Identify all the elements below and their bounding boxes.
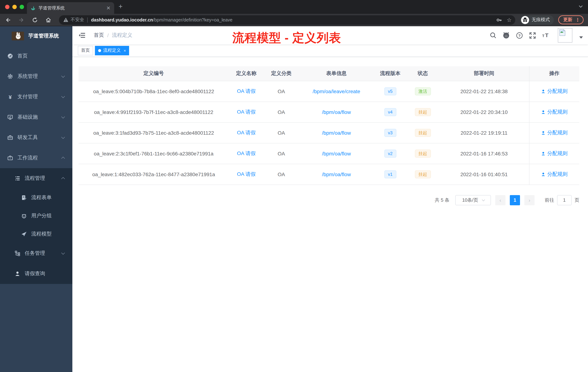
browser-tab[interactable]: 芋道管理系统 ✕ xyxy=(27,2,114,14)
dashboard-icon xyxy=(7,53,13,59)
definition-id: oa_leave:3:1fad3d93-7b75-11ec-a3c8-acde4… xyxy=(79,122,229,143)
sidebar-item-payment[interactable]: ¥ 支付管理 xyxy=(0,87,72,107)
window-zoom-button[interactable] xyxy=(20,5,24,9)
search-icon[interactable] xyxy=(490,32,496,39)
goto-page-input[interactable] xyxy=(557,195,572,205)
definition-category: OA xyxy=(264,101,299,122)
version-badge: v4 xyxy=(384,108,396,116)
new-tab-button[interactable]: + xyxy=(118,3,123,10)
sidebar-item-leave-query[interactable]: 请假查询 xyxy=(0,263,72,284)
form-link[interactable]: /bpm/oa/flow xyxy=(322,109,351,115)
window-close-button[interactable] xyxy=(5,5,10,9)
form-link[interactable]: /bpm/oa/flow xyxy=(322,171,351,177)
fullscreen-icon[interactable] xyxy=(529,32,536,39)
page-unit-label: 页 xyxy=(575,197,579,203)
tab-close-icon[interactable]: ✕ xyxy=(106,5,111,11)
assign-rule-link[interactable]: 分配规则 xyxy=(541,129,568,136)
bookmark-star-icon[interactable]: ☆ xyxy=(507,17,512,22)
sidebar-item-task-management[interactable]: 任务管理 xyxy=(0,243,72,263)
definition-name-link[interactable]: OA 请假 xyxy=(237,171,256,177)
active-tag-dot xyxy=(98,49,101,52)
font-size-icon[interactable]: TT xyxy=(542,32,550,39)
browser-update-button[interactable]: 更新 ⋮ xyxy=(558,15,584,24)
page-number-1[interactable]: 1 xyxy=(510,195,520,205)
tab-title: 芋道管理系统 xyxy=(39,5,106,11)
user-icon xyxy=(15,271,20,277)
definition-name-link[interactable]: OA 请假 xyxy=(237,109,256,114)
col-header-name: 定义名称 xyxy=(229,66,264,81)
password-key-icon[interactable] xyxy=(496,17,502,23)
tab-search-chevron-icon[interactable] xyxy=(578,5,583,8)
status-badge: 挂起 xyxy=(415,108,431,116)
prev-page-button[interactable]: ‹ xyxy=(495,195,505,205)
help-icon[interactable]: ? xyxy=(516,32,523,39)
breadcrumb-home[interactable]: 首页 xyxy=(94,32,104,39)
forward-button[interactable] xyxy=(16,15,27,25)
deploy-time: 2022-01-16 01:40:51 xyxy=(439,164,529,185)
navbar-actions: ? TT xyxy=(490,28,583,43)
chevron-down-icon xyxy=(61,115,65,119)
incognito-label: 无痕模式 xyxy=(532,17,550,23)
assign-rule-link[interactable]: 分配规则 xyxy=(541,150,568,157)
pagination: 共 5 条 10条/页 ‹ 1 › 前往 页 xyxy=(72,195,579,205)
definition-name-link[interactable]: OA 请假 xyxy=(237,150,256,156)
deploy-time: 2022-01-22 19:19:11 xyxy=(439,122,529,143)
reload-button[interactable] xyxy=(30,15,40,25)
home-button[interactable] xyxy=(43,15,53,25)
assign-rule-link[interactable]: 分配规则 xyxy=(541,88,568,94)
definition-name-link[interactable]: OA 请假 xyxy=(237,88,256,94)
sidebar-item-workflow[interactable]: 工作流程 xyxy=(0,148,72,168)
list-icon xyxy=(15,175,20,181)
page-size-select[interactable]: 10条/页 xyxy=(455,195,491,205)
goto-label: 前往 xyxy=(545,197,554,203)
sidebar-logo[interactable]: 芋道管理系统 xyxy=(0,26,72,46)
definition-category: OA xyxy=(264,122,299,143)
sidebar-item-home[interactable]: 首页 xyxy=(0,46,72,66)
status-badge: 激活 xyxy=(415,87,431,95)
col-header-deploy-time: 部署时间 xyxy=(439,66,529,81)
chevron-down-icon xyxy=(482,198,485,201)
sidebar: 芋道管理系统 首页 系统管理 ¥ 支付管理 xyxy=(0,26,72,372)
sidebar-item-user-group[interactable]: 用户分组 xyxy=(0,207,72,225)
browser-menu-dots-icon[interactable]: ⋮ xyxy=(575,17,580,22)
assign-rule-link[interactable]: 分配规则 xyxy=(541,109,568,115)
workflow-submenu: 流程管理 流程表单 用户分组 xyxy=(0,168,72,284)
main-area: 流程模型 - 定义列表 首页 / 流程定义 xyxy=(72,26,588,372)
tag-process-definition[interactable]: 流程定义 × xyxy=(95,46,129,55)
definition-category: OA xyxy=(264,81,299,101)
hamburger-icon[interactable] xyxy=(79,32,86,39)
version-badge: v5 xyxy=(384,87,396,95)
sidebar-item-process-management[interactable]: 流程管理 xyxy=(0,168,72,188)
form-link[interactable]: /bpm/oa/flow xyxy=(322,130,351,136)
github-icon[interactable] xyxy=(503,32,510,39)
chevron-down-icon xyxy=(61,94,65,98)
sidebar-item-devtools[interactable]: 研发工具 xyxy=(0,127,72,148)
yen-icon: ¥ xyxy=(7,94,13,100)
avatar-caret-icon[interactable] xyxy=(579,36,583,39)
url-text: dashboard.yudao.iocoder.cn/bpm/manager/d… xyxy=(91,17,492,22)
app-title: 芋道管理系统 xyxy=(28,33,59,39)
sidebar-item-process-form[interactable]: 流程表单 xyxy=(0,188,72,207)
assign-rule-link[interactable]: 分配规则 xyxy=(541,171,568,177)
definition-name-link[interactable]: OA 请假 xyxy=(237,129,256,135)
sidebar-item-infrastructure[interactable]: 基础设施 xyxy=(0,107,72,127)
window-minimize-button[interactable] xyxy=(12,5,17,9)
user-avatar[interactable] xyxy=(558,28,572,43)
breadcrumb-separator: / xyxy=(107,33,109,38)
next-page-button[interactable]: › xyxy=(524,195,535,205)
col-header-status: 状态 xyxy=(407,66,439,81)
address-bar[interactable]: 不安全 dashboard.yudao.iocoder.cn/bpm/manag… xyxy=(59,15,515,25)
table-row: oa_leave:2:3c1f0ef1-76b1-11ec-9c66-a2380… xyxy=(79,143,579,164)
chevron-down-icon xyxy=(61,251,65,255)
sidebar-item-process-model[interactable]: 流程模型 xyxy=(0,225,72,243)
form-link[interactable]: /bpm/oa/flow xyxy=(322,151,351,156)
breadcrumb-current: 流程定义 xyxy=(112,32,132,39)
back-button[interactable] xyxy=(3,15,13,25)
tag-home[interactable]: 首页 xyxy=(78,46,93,55)
col-header-form: 表单信息 xyxy=(299,66,374,81)
form-link[interactable]: /bpm/oa/leave/create xyxy=(313,88,360,94)
url-path: /bpm/manager/definition?key=oa_leave xyxy=(153,17,232,22)
tag-close-icon[interactable]: × xyxy=(124,48,126,53)
sidebar-item-system[interactable]: 系统管理 xyxy=(0,66,72,87)
col-header-category: 定义分类 xyxy=(264,66,299,81)
